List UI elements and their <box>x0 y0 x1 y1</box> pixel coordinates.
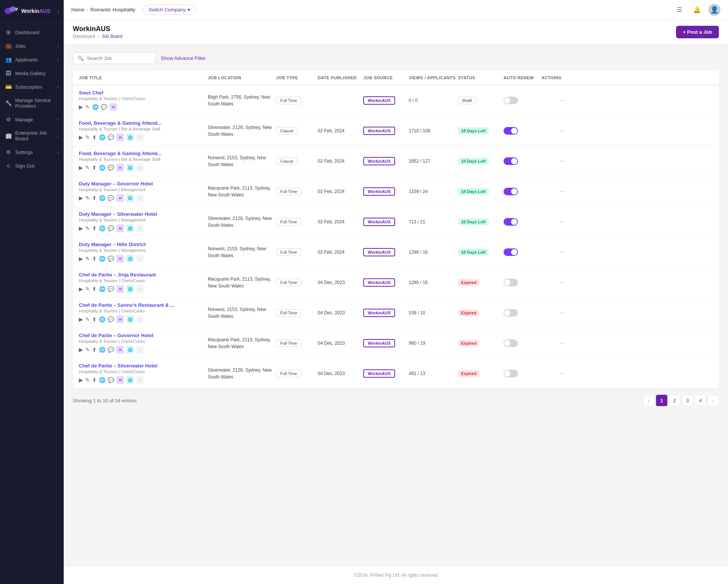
edit-icon-5[interactable]: ✎ <box>85 256 90 262</box>
globe-icon-8[interactable]: 🌐 <box>99 347 105 353</box>
chat-icon-3[interactable]: 💬 <box>108 195 114 201</box>
auto-renew-cell-6[interactable] <box>504 279 541 286</box>
auto-renew-toggle-3[interactable] <box>504 188 518 195</box>
search-input[interactable] <box>87 55 151 61</box>
sidebar-item-enterprise-job-board[interactable]: 🏢 Enterprise Job Board › <box>0 126 64 145</box>
sidebar-item-applicants[interactable]: 👥 Applicants › <box>0 53 64 66</box>
message-icon-btn[interactable]: ☰ <box>673 4 686 16</box>
video-icon-4[interactable]: ▶ <box>79 225 83 231</box>
next-page-button[interactable]: › <box>708 395 719 406</box>
job-title-4[interactable]: Duty Manager – Silverwater Hotel <box>79 211 208 217</box>
job-title-3[interactable]: Duty Manager – Governor Hotel <box>79 181 208 187</box>
more-actions-button-5[interactable]: ··· <box>557 247 568 257</box>
upload-icon-3[interactable]: ⬆ <box>92 195 97 201</box>
upload-icon-6[interactable]: ⬆ <box>92 286 97 292</box>
globe-icon-3[interactable]: 🌐 <box>99 195 105 201</box>
edit-icon-4[interactable]: ✎ <box>85 225 90 231</box>
auto-renew-toggle-5[interactable] <box>504 248 518 256</box>
upload-icon-7[interactable]: ⬆ <box>92 316 97 322</box>
edit-icon-3[interactable]: ✎ <box>85 195 90 201</box>
globe-icon-7[interactable]: 🌐 <box>99 316 105 322</box>
page-button-2[interactable]: 2 <box>669 395 680 406</box>
chat-icon-1[interactable]: 💬 <box>108 134 114 140</box>
globe-icon-2[interactable]: 🌐 <box>99 165 105 171</box>
more-actions-button-7[interactable]: ··· <box>557 308 568 318</box>
advance-filter-link[interactable]: Show Advance Filter <box>161 55 206 61</box>
auto-renew-cell-3[interactable] <box>504 188 541 195</box>
chat-icon-0[interactable]: 💬 <box>101 104 107 110</box>
edit-icon-1[interactable]: ✎ <box>85 134 90 140</box>
chat-icon-4[interactable]: 💬 <box>108 225 114 231</box>
edit-icon-8[interactable]: ✎ <box>85 347 90 353</box>
sidebar-collapse-icon[interactable]: › <box>58 8 59 14</box>
job-title-8[interactable]: Chef de Partie – Governor Hotel <box>79 333 208 338</box>
video-icon-6[interactable]: ▶ <box>79 286 83 292</box>
video-icon-2[interactable]: ▶ <box>79 165 83 171</box>
auto-renew-cell-2[interactable] <box>504 157 541 165</box>
bell-icon-btn[interactable]: 🔔 <box>691 4 703 16</box>
auto-renew-cell-5[interactable] <box>504 248 541 256</box>
switch-company-button[interactable]: Switch Company ▾ <box>143 5 196 15</box>
upload-icon-9[interactable]: ⬆ <box>92 377 97 383</box>
sidebar-item-dashboard[interactable]: ⊞ Dashboard <box>0 25 64 39</box>
auto-renew-toggle-2[interactable] <box>504 157 518 165</box>
more-actions-button-3[interactable]: ··· <box>557 187 568 196</box>
video-icon-1[interactable]: ▶ <box>79 134 83 140</box>
video-icon-0[interactable]: ▶ <box>79 104 83 110</box>
auto-renew-toggle-9[interactable] <box>504 370 518 377</box>
upload-icon-1[interactable]: ⬆ <box>92 134 97 140</box>
job-title-6[interactable]: Chef de Partie – Jinja Restaurant <box>79 272 208 278</box>
sidebar-item-manage-service-providers[interactable]: 🔧 Manage Service Providers <box>0 94 64 113</box>
page-button-1[interactable]: 1 <box>656 395 667 406</box>
globe-icon-6[interactable]: 🌐 <box>99 286 105 292</box>
edit-icon-0[interactable]: ✎ <box>85 104 90 110</box>
chat-icon-8[interactable]: 💬 <box>108 347 114 353</box>
more-actions-button-2[interactable]: ··· <box>557 156 568 166</box>
auto-renew-toggle-0[interactable] <box>504 97 518 104</box>
auto-renew-cell-8[interactable] <box>504 339 541 347</box>
job-title-7[interactable]: Chef de Partie – Sarino's Restaurant & .… <box>79 302 208 308</box>
upload-icon-5[interactable]: ⬆ <box>92 256 97 262</box>
video-icon-5[interactable]: ▶ <box>79 256 83 262</box>
globe-icon-0[interactable]: 🌐 <box>92 104 99 110</box>
more-actions-button-4[interactable]: ··· <box>557 217 568 227</box>
auto-renew-toggle-8[interactable] <box>504 339 518 347</box>
auto-renew-toggle-1[interactable] <box>504 127 518 135</box>
globe-icon-1[interactable]: 🌐 <box>99 134 105 140</box>
sidebar-item-sign-out[interactable]: ⎋ Sign Out <box>0 159 64 173</box>
auto-renew-toggle-7[interactable] <box>504 309 518 317</box>
auto-renew-cell-9[interactable] <box>504 370 541 377</box>
sidebar-item-media-gallery[interactable]: 🖼 Media Gallery <box>0 66 64 80</box>
auto-renew-cell-0[interactable] <box>504 97 541 104</box>
edit-icon-2[interactable]: ✎ <box>85 165 90 171</box>
upload-icon-8[interactable]: ⬆ <box>92 347 97 353</box>
globe-icon-5[interactable]: 🌐 <box>99 256 105 262</box>
auto-renew-cell-4[interactable] <box>504 218 541 226</box>
chat-icon-2[interactable]: 💬 <box>108 165 114 171</box>
job-title-0[interactable]: Sous Chef <box>79 90 208 96</box>
sidebar-item-manage[interactable]: ⚙ Manage › <box>0 113 64 126</box>
video-icon-8[interactable]: ▶ <box>79 347 83 353</box>
auto-renew-toggle-4[interactable] <box>504 218 518 226</box>
video-icon-9[interactable]: ▶ <box>79 377 83 383</box>
search-box[interactable]: 🔍 <box>73 52 156 64</box>
chat-icon-7[interactable]: 💬 <box>108 316 114 322</box>
more-actions-button-0[interactable]: ··· <box>557 96 568 105</box>
job-title-5[interactable]: Duty Manager – Hills District <box>79 242 208 247</box>
chat-icon-6[interactable]: 💬 <box>108 286 114 292</box>
video-icon-3[interactable]: ▶ <box>79 195 83 201</box>
post-job-button[interactable]: + Post a Job <box>676 26 719 38</box>
job-title-9[interactable]: Chef de Partie – Silverwater Hotel <box>79 363 208 369</box>
more-actions-button-8[interactable]: ··· <box>557 338 568 348</box>
edit-icon-6[interactable]: ✎ <box>85 286 90 292</box>
sidebar-item-jobs[interactable]: 💼 Jobs › <box>0 39 64 53</box>
sidebar-item-subscription[interactable]: 💳 Subscription › <box>0 80 64 94</box>
upload-icon-2[interactable]: ⬆ <box>92 165 97 171</box>
more-actions-button-9[interactable]: ··· <box>557 369 568 378</box>
job-title-1[interactable]: Food, Beverage & Gaming Attend... <box>79 120 208 126</box>
more-actions-button-1[interactable]: ··· <box>557 126 568 136</box>
auto-renew-toggle-6[interactable] <box>504 279 518 286</box>
auto-renew-cell-1[interactable] <box>504 127 541 135</box>
prev-page-button[interactable]: ‹ <box>643 395 654 406</box>
chat-icon-5[interactable]: 💬 <box>108 256 114 262</box>
